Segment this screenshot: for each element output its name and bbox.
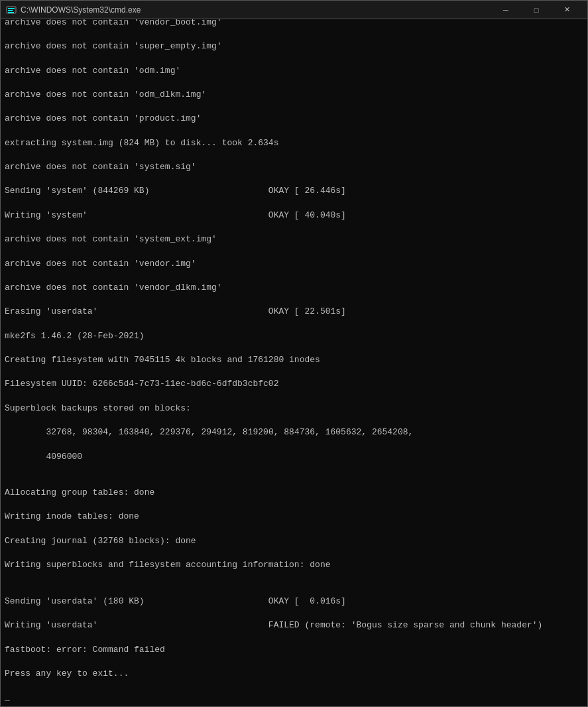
- console-line: fastboot: error: Command failed: [5, 644, 583, 656]
- console-line: archive does not contain 'system.sig': [5, 161, 583, 173]
- svg-rect-3: [8, 12, 14, 13]
- console-cursor-line: _: [5, 692, 583, 704]
- console-line: 32768, 98304, 163840, 229376, 294912, 81…: [5, 426, 583, 438]
- console-line: archive does not contain 'product.img': [5, 113, 583, 125]
- console-line: Superblock backups stored on blocks:: [5, 403, 583, 415]
- window-icon: [6, 5, 17, 15]
- console-line: extracting system.img (824 MB) to disk..…: [5, 137, 583, 149]
- console-line: archive does not contain 'super_empty.im…: [5, 40, 583, 52]
- console-line: Writing 'userdata' FAILED (remote: 'Bogu…: [5, 619, 583, 631]
- console-line: archive does not contain 'vendor_dlkm.im…: [5, 282, 583, 294]
- console-line: archive does not contain 'system_ext.img…: [5, 233, 583, 245]
- close-button[interactable]: ✕: [552, 1, 582, 19]
- console-line: Sending 'system' (844269 KB) OKAY [ 26.4…: [5, 185, 583, 197]
- console-line: Erasing 'userdata' OKAY [ 22.501s]: [5, 306, 583, 318]
- console-line: mke2fs 1.46.2 (28-Feb-2021): [5, 330, 583, 342]
- console-line: Writing inode tables: done: [5, 511, 583, 523]
- titlebar: C:\WINDOWS\System32\cmd.exe ─ □ ✕: [1, 1, 587, 19]
- svg-rect-2: [8, 10, 13, 11]
- console-line: 4096000: [5, 451, 583, 463]
- console-line: archive does not contain 'odm_dlkm.img': [5, 89, 583, 101]
- console-line: Creating journal (32768 blocks): done: [5, 535, 583, 547]
- console-line: Filesystem UUID: 6266c5d4-7c73-11ec-bd6c…: [5, 378, 583, 390]
- console-line: Writing superblocks and filesystem accou…: [5, 559, 583, 571]
- svg-rect-1: [8, 8, 15, 9]
- maximize-button[interactable]: □: [521, 1, 552, 19]
- console-line: Allocating group tables: done: [5, 487, 583, 499]
- console-line: Creating filesystem with 7045115 4k bloc…: [5, 354, 583, 366]
- console-line: archive does not contain 'vendor_boot.im…: [5, 19, 583, 29]
- cmd-window: C:\WINDOWS\System32\cmd.exe ─ □ ✕ Sendin…: [0, 0, 588, 707]
- window-title: C:\WINDOWS\System32\cmd.exe: [21, 5, 491, 15]
- console-line: archive does not contain 'vendor.img': [5, 258, 583, 270]
- console-line: Press any key to exit...: [5, 668, 583, 680]
- minimize-button[interactable]: ─: [491, 1, 521, 19]
- window-controls: ─ □ ✕: [491, 1, 582, 19]
- console-line: Writing 'system' OKAY [ 40.040s]: [5, 210, 583, 222]
- console-output[interactable]: Sending 'bootloader' (3915 KB) OKAY [ 0.…: [1, 19, 587, 706]
- console-line: Sending 'userdata' (180 KB) OKAY [ 0.016…: [5, 596, 583, 608]
- console-line: archive does not contain 'odm.img': [5, 65, 583, 77]
